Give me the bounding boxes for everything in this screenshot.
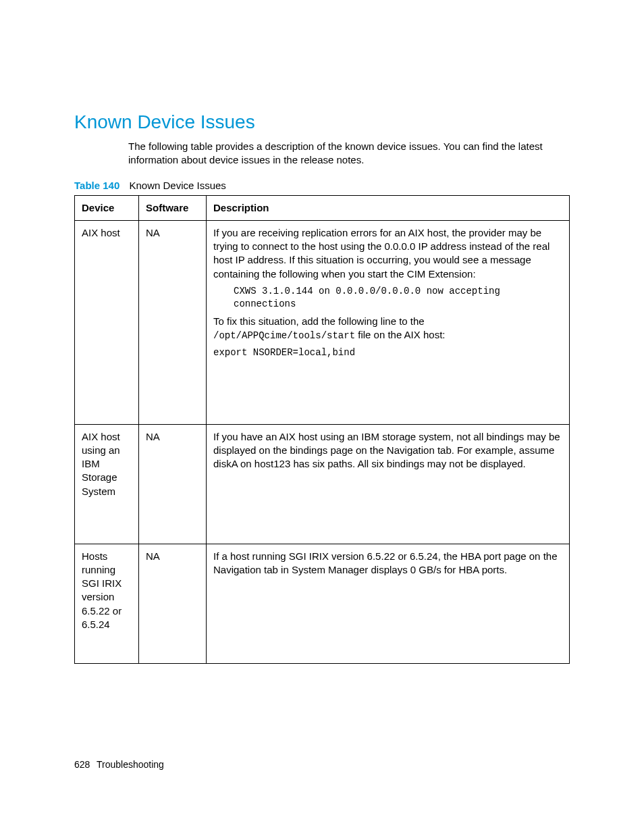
desc-text: file on the AIX host: [355,329,445,340]
cell-software: NA [139,544,207,663]
cell-device: Hosts running SGI IRIX version 6.5.22 or… [75,544,139,663]
document-page: Known Device Issues The following table … [0,0,644,834]
table-number: Table 140 [74,180,119,191]
table-row: AIX host using an IBM Storage System NA … [75,424,570,544]
desc-paragraph: If you are receiving replication errors … [213,226,562,281]
code-block: CXWS 3.1.0.144 on 0.0.0.0/0.0.0.0 now ac… [234,285,562,311]
desc-paragraph: If you have an AIX host using an IBM sto… [213,430,562,471]
known-device-issues-table: Device Software Description AIX host NA … [74,195,570,664]
footer-section: Troubleshooting [97,759,164,770]
code-line: export NSORDER=local,bind [213,346,562,359]
col-header-software: Software [139,195,207,220]
col-header-device: Device [75,195,139,220]
table-title: Known Device Issues [129,180,225,191]
desc-text: To fix this situation, add the following… [213,315,425,327]
table-row: Hosts running SGI IRIX version 6.5.22 or… [75,544,570,663]
desc-paragraph: If a host running SGI IRIX version 6.5.2… [213,550,562,577]
cell-software: NA [139,220,207,424]
cell-description: If you have an AIX host using an IBM sto… [207,424,570,544]
cell-device: AIX host using an IBM Storage System [75,424,139,544]
cell-software: NA [139,424,207,544]
desc-paragraph: To fix this situation, add the following… [213,315,562,342]
cell-description: If a host running SGI IRIX version 6.5.2… [207,544,570,663]
cell-description: If you are receiving replication errors … [207,220,570,424]
page-number: 628 [74,759,90,770]
cell-device: AIX host [75,220,139,424]
col-header-description: Description [207,195,570,220]
table-row: AIX host NA If you are receiving replica… [75,220,570,424]
section-heading: Known Device Issues [74,111,570,133]
table-header-row: Device Software Description [75,195,570,220]
inline-code: /opt/APPQcime/tools/start [213,330,355,341]
page-footer: 628 Troubleshooting [74,759,164,770]
intro-paragraph: The following table provides a descripti… [128,140,570,167]
table-caption: Table 140 Known Device Issues [74,180,570,191]
